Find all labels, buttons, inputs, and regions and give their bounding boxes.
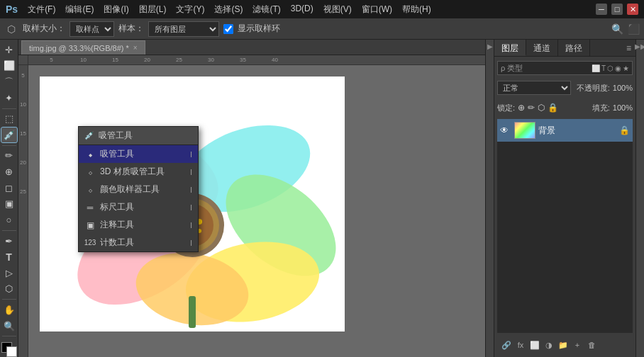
blend-mode-select[interactable]: 正常 bbox=[497, 81, 571, 95]
layer-visibility-toggle[interactable]: 👁 bbox=[500, 125, 511, 135]
filter-icon-2[interactable]: T bbox=[601, 64, 606, 72]
menu-image[interactable]: 图像(I) bbox=[104, 4, 128, 16]
ruler-ticks-h: 5 10 15 20 25 30 35 40 bbox=[35, 57, 291, 63]
tick-15: 15 bbox=[99, 57, 131, 63]
shape-tool[interactable]: ⬡ bbox=[1, 282, 17, 297]
menu-help[interactable]: 帮助(H) bbox=[402, 4, 431, 16]
zoom-tool[interactable]: 🔍 bbox=[1, 319, 17, 334]
menu-select[interactable]: 选择(S) bbox=[214, 4, 243, 16]
workspace-icon[interactable]: ⬛ bbox=[628, 23, 640, 35]
menu-view[interactable]: 视图(V) bbox=[323, 4, 352, 16]
dodge-tool[interactable]: ○ bbox=[1, 212, 17, 227]
blend-mode-row: 正常 不透明度: 100% bbox=[497, 79, 633, 96]
cm-label-3d-material: 3D 材质吸管工具 bbox=[100, 166, 165, 178]
ps-logo: Ps bbox=[6, 4, 18, 15]
eyedropper-icon: ⬥ bbox=[84, 149, 96, 160]
tab-layers[interactable]: 图层 bbox=[494, 40, 526, 56]
lock-icon-position[interactable]: ⬡ bbox=[538, 103, 545, 113]
move-tool[interactable]: ✛ bbox=[1, 42, 17, 57]
document-tab[interactable]: timg.jpg @ 33.3%(RGB/8#) * × bbox=[21, 40, 145, 55]
v-tick-25: 25 bbox=[20, 188, 26, 195]
type-search[interactable]: ρ 类型 ⬜ T ⬡ ◉ ★ bbox=[497, 61, 633, 75]
tab-channels[interactable]: 通道 bbox=[526, 40, 558, 56]
ruler-horizontal: 5 10 15 20 25 30 35 40 bbox=[28, 55, 485, 65]
background-color[interactable] bbox=[6, 346, 17, 357]
brush-tool[interactable]: ✏ bbox=[1, 149, 17, 164]
cm-item-count[interactable]: 123 计数工具 I bbox=[79, 234, 198, 251]
pen-tool[interactable]: ✒ bbox=[1, 234, 17, 249]
menu-filter[interactable]: 滤镜(T) bbox=[252, 4, 280, 16]
filter-icon-3[interactable]: ⬡ bbox=[607, 64, 614, 72]
menu-bar: 文件(F) 编辑(E) 图像(I) 图层(L) 文字(Y) 选择(S) 滤镜(T… bbox=[28, 4, 431, 16]
filter-icon-5[interactable]: ★ bbox=[623, 64, 629, 72]
minimize-button[interactable]: ─ bbox=[596, 4, 607, 15]
eraser-tool[interactable]: ◻ bbox=[1, 181, 17, 196]
tick-10: 10 bbox=[67, 57, 99, 63]
tick-40: 40 bbox=[259, 57, 291, 63]
tick-20: 20 bbox=[131, 57, 163, 63]
layer-link-button[interactable]: 🔗 bbox=[500, 339, 513, 351]
ruler-icon: ═ bbox=[84, 202, 96, 213]
count-shortcut: I bbox=[190, 239, 192, 247]
crop-tool[interactable]: ⬚ bbox=[1, 111, 17, 126]
layer-list: 👁 背景 🔒 bbox=[497, 119, 633, 333]
select-rect-tool[interactable]: ⬜ bbox=[1, 59, 17, 74]
cm-item-eyedropper[interactable]: ⬥ 吸管工具 I bbox=[79, 145, 198, 163]
right-panel-collapse-handle[interactable]: ▶▶ bbox=[635, 40, 644, 357]
lock-label: 锁定: bbox=[497, 103, 515, 113]
ruler-vertical: 5 10 15 20 25 bbox=[18, 65, 28, 357]
adjustment-layer-button[interactable]: ◑ bbox=[543, 339, 555, 351]
eyedropper-tool[interactable]: 💉 bbox=[1, 128, 17, 142]
fill-label: 填充: bbox=[592, 103, 610, 113]
show-ring-checkbox[interactable] bbox=[223, 24, 233, 34]
3d-material-icon: ⬦ bbox=[84, 166, 96, 178]
cm-item-ruler[interactable]: ═ 标尺工具 I bbox=[79, 198, 198, 216]
gradient-tool[interactable]: ▣ bbox=[1, 197, 17, 212]
new-layer-button[interactable]: + bbox=[571, 339, 584, 351]
delete-layer-button[interactable]: 🗑 bbox=[585, 339, 598, 351]
maximize-button[interactable]: □ bbox=[611, 4, 623, 15]
tab-close-button[interactable]: × bbox=[133, 44, 138, 52]
layer-thumbnail bbox=[514, 122, 535, 139]
sample-select[interactable]: 所有图层 bbox=[148, 21, 219, 37]
opacity-value: 100% bbox=[613, 84, 633, 92]
panel-menu-button[interactable]: ≡ bbox=[622, 40, 635, 56]
sample-size-select[interactable]: 取样点 bbox=[70, 21, 114, 37]
clone-tool[interactable]: ⊕ bbox=[1, 164, 17, 179]
panel-filter-icons: ⬜ T ⬡ ◉ ★ bbox=[592, 63, 629, 74]
layer-item-background[interactable]: 👁 背景 🔒 bbox=[497, 119, 633, 142]
lock-row: 锁定: ⊕ ✏ ⬡ 🔒 填充: 100% bbox=[497, 99, 633, 116]
tab-paths[interactable]: 路径 bbox=[558, 40, 590, 56]
canvas-area: 5 10 15 20 25 30 35 40 5 10 15 20 25 bbox=[18, 55, 485, 357]
filter-icon-1[interactable]: ⬜ bbox=[592, 64, 600, 72]
lasso-tool[interactable]: ⌒ bbox=[1, 74, 17, 89]
cm-item-color-sampler[interactable]: ⬦ 颜色取样器工具 I bbox=[79, 181, 198, 198]
side-panel-handle: ▶ bbox=[485, 40, 494, 357]
search-icon[interactable]: 🔍 bbox=[611, 23, 623, 35]
foreground-background-colors[interactable] bbox=[1, 342, 17, 357]
menu-text[interactable]: 文字(Y) bbox=[176, 4, 204, 16]
path-select-tool[interactable]: ▷ bbox=[1, 266, 17, 280]
cm-item-note[interactable]: ▣ 注释工具 I bbox=[79, 216, 198, 234]
lock-icon-draw[interactable]: ✏ bbox=[528, 103, 535, 113]
cm-item-3d-material[interactable]: ⬦ 3D 材质吸管工具 I bbox=[79, 163, 198, 181]
lock-icon-all[interactable]: 🔒 bbox=[548, 103, 558, 113]
close-button[interactable]: ✕ bbox=[627, 4, 638, 15]
sample-label: 样本： bbox=[118, 23, 144, 35]
add-style-button[interactable]: fx bbox=[514, 339, 527, 351]
hand-tool[interactable]: ✋ bbox=[1, 302, 17, 317]
menu-3d[interactable]: 3D(D) bbox=[291, 4, 313, 16]
menu-edit[interactable]: 编辑(E) bbox=[65, 4, 94, 16]
ruler-shortcut: I bbox=[190, 203, 192, 212]
toolbar-separator-3 bbox=[2, 230, 16, 231]
tick-30: 30 bbox=[195, 57, 227, 63]
text-tool[interactable]: T bbox=[1, 249, 17, 264]
lock-icon-move[interactable]: ⊕ bbox=[518, 103, 525, 113]
wand-tool[interactable]: ✦ bbox=[1, 91, 17, 106]
menu-file[interactable]: 文件(F) bbox=[28, 4, 55, 16]
add-mask-button[interactable]: ⬜ bbox=[528, 339, 541, 351]
add-group-button[interactable]: 📁 bbox=[557, 339, 570, 351]
filter-icon-4[interactable]: ◉ bbox=[615, 64, 621, 72]
menu-window[interactable]: 窗口(W) bbox=[362, 4, 392, 16]
menu-layer[interactable]: 图层(L) bbox=[139, 4, 167, 16]
